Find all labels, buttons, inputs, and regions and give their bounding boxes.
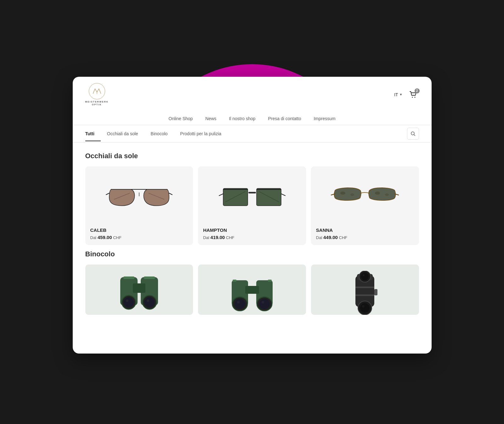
header-right: IT ▼ 2	[394, 89, 419, 100]
product-card-sanna[interactable]: SANNA Dal 449.00 CHF	[311, 166, 419, 245]
cart-badge: 2	[415, 88, 420, 93]
nav-news[interactable]: News	[205, 116, 216, 121]
bino-image-3	[311, 265, 419, 315]
nav-presa-di-contatto[interactable]: Presa di contatto	[268, 116, 301, 121]
product-price-caleb: Dal 459.00 CHF	[90, 235, 188, 240]
svg-point-19	[340, 192, 345, 195]
lang-label: IT	[394, 92, 398, 97]
bino-card-3[interactable]	[311, 265, 419, 315]
svg-line-3	[414, 135, 415, 136]
svg-line-8	[106, 193, 109, 195]
svg-rect-55	[355, 287, 374, 288]
svg-point-0	[412, 97, 413, 98]
svg-point-44	[262, 301, 264, 304]
svg-rect-10	[248, 192, 256, 193]
binoculars-3-svg	[340, 271, 390, 315]
svg-line-9	[169, 193, 172, 195]
svg-point-51	[363, 274, 365, 276]
nav-il-nostro-shop[interactable]: Il nostro shop	[229, 116, 255, 121]
bino-card-1[interactable]	[85, 265, 193, 315]
product-price-hampton: Dal 419.00 CHF	[203, 235, 301, 240]
bino-image-2	[198, 265, 306, 315]
product-grid-occhiali: CALEB Dal 459.00 CHF	[85, 166, 419, 245]
product-price-sanna: Dal 449.00 CHF	[316, 235, 414, 240]
section-title-occhiali: Occhiali da sole	[85, 152, 419, 160]
svg-rect-11	[223, 188, 248, 206]
filter-bar: Tutti Occhiali da sole Binocolo Prodotti…	[73, 125, 432, 142]
product-card-hampton[interactable]: HAMPTON Dal 419.00 CHF	[198, 166, 306, 245]
svg-point-33	[147, 299, 149, 302]
bino-card-2[interactable]	[198, 265, 306, 315]
binoculars-1-svg	[114, 271, 164, 315]
product-card-caleb[interactable]: CALEB Dal 459.00 CHF	[85, 166, 193, 245]
svg-rect-46	[268, 280, 272, 282]
cart-button[interactable]: 2	[408, 89, 419, 100]
filter-tab-binocolo[interactable]: Binocolo	[144, 127, 174, 141]
product-image-sanna	[311, 166, 419, 223]
svg-point-40	[235, 299, 245, 309]
svg-point-54	[362, 305, 365, 308]
svg-point-32	[144, 297, 155, 307]
svg-point-30	[126, 299, 128, 302]
svg-rect-34	[123, 276, 134, 279]
product-info-caleb: CALEB Dal 459.00 CHF	[85, 223, 193, 245]
svg-point-53	[360, 303, 370, 313]
svg-point-41	[237, 301, 240, 304]
product-image-caleb	[85, 166, 193, 223]
filter-tab-pulizia[interactable]: Prodotti per la pulizia	[174, 127, 228, 141]
product-name-sanna: SANNA	[316, 227, 414, 233]
binoculars-grid	[85, 265, 419, 315]
logo-circle	[89, 83, 105, 99]
binoculars-2-svg	[227, 271, 277, 315]
svg-rect-12	[257, 188, 281, 206]
svg-point-50	[361, 273, 369, 280]
svg-rect-45	[233, 280, 236, 282]
svg-point-43	[259, 299, 270, 309]
content: Occhiali da sole	[73, 142, 432, 324]
product-name-hampton: HAMPTON	[203, 227, 301, 233]
header: MEISTERWERK OPTIK IT ▼ 2	[73, 77, 432, 112]
logo-svg	[92, 87, 102, 96]
sunglasses-sanna-svg	[330, 177, 399, 212]
filter-tab-occhiali[interactable]: Occhiali da sole	[101, 127, 144, 141]
svg-rect-35	[144, 276, 155, 279]
product-info-sanna: SANNA Dal 449.00 CHF	[311, 223, 419, 245]
sunglasses-hampton-svg	[218, 177, 287, 212]
section-title-binocolo: Binocolo	[85, 250, 419, 258]
svg-point-20	[350, 193, 354, 196]
product-image-hampton	[198, 166, 306, 223]
lang-selector[interactable]: IT ▼	[394, 92, 402, 97]
svg-point-22	[385, 193, 389, 196]
svg-point-21	[375, 192, 380, 195]
chevron-down-icon: ▼	[399, 93, 403, 96]
sunglasses-caleb-svg	[105, 177, 174, 212]
svg-rect-38	[245, 286, 259, 294]
bino-image-1	[85, 265, 193, 315]
browser-card: MEISTERWERK OPTIK IT ▼ 2	[73, 77, 432, 354]
svg-rect-56	[355, 294, 374, 296]
svg-line-15	[219, 194, 223, 196]
product-info-hampton: HAMPTON Dal 419.00 CHF	[198, 223, 306, 245]
svg-point-1	[414, 97, 415, 98]
search-button[interactable]	[407, 128, 419, 140]
logo[interactable]: MEISTERWERK OPTIK	[85, 83, 109, 106]
svg-rect-57	[374, 289, 377, 295]
main-nav: Online Shop News Il nostro shop Presa di…	[73, 112, 432, 125]
logo-text: MEISTERWERK OPTIK	[85, 100, 109, 106]
nav-online-shop[interactable]: Online Shop	[168, 116, 193, 121]
search-icon	[411, 131, 416, 136]
nav-impressum[interactable]: Impressum	[314, 116, 335, 121]
product-name-caleb: CALEB	[90, 227, 188, 233]
svg-rect-27	[133, 283, 145, 293]
filter-tab-tutti[interactable]: Tutti	[85, 127, 101, 141]
svg-point-29	[124, 297, 134, 307]
svg-line-16	[281, 194, 285, 196]
